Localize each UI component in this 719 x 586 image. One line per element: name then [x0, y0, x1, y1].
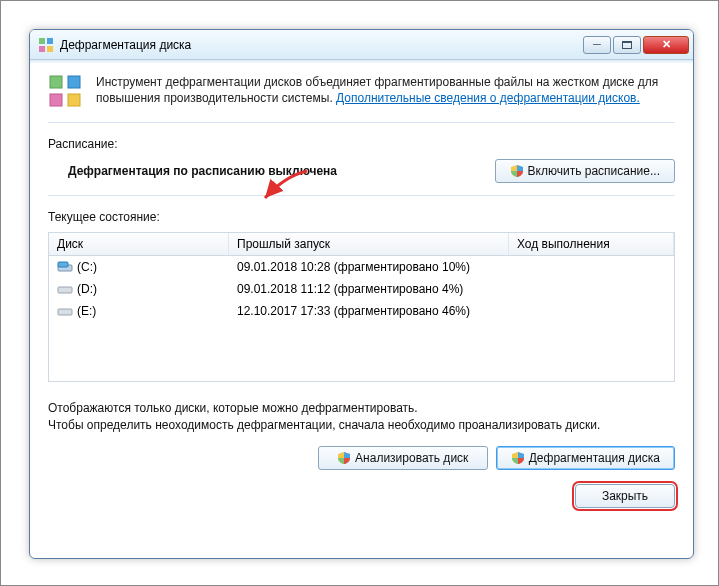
enable-schedule-button[interactable]: Включить расписание...: [495, 159, 675, 183]
titlebar: Дефрагментация диска ─ ✕: [30, 30, 693, 60]
svg-rect-6: [50, 76, 62, 88]
defragment-button[interactable]: Дефрагментация диска: [496, 446, 675, 470]
defragment-label: Дефрагментация диска: [529, 451, 660, 465]
analyze-label: Анализировать диск: [355, 451, 468, 465]
analyze-button[interactable]: Анализировать диск: [318, 446, 488, 470]
defrag-large-icon: [48, 74, 84, 110]
shield-icon: [511, 451, 525, 465]
defrag-app-icon: [38, 37, 54, 53]
window-controls: ─ ✕: [583, 36, 689, 54]
table-body: (C:) 09.01.2018 10:28 (фрагментировано 1…: [49, 256, 674, 322]
col-header-progress[interactable]: Ход выполнения: [509, 233, 674, 255]
col-header-disk[interactable]: Диск: [49, 233, 229, 255]
svg-rect-3: [47, 46, 53, 52]
svg-rect-1: [47, 38, 53, 44]
note-line1: Отображаются только диски, которые можно…: [48, 400, 675, 417]
help-link[interactable]: Дополнительные сведения о дефрагментации…: [336, 91, 640, 105]
maximize-button[interactable]: [613, 36, 641, 54]
current-state-label: Текущее состояние:: [48, 210, 675, 224]
intro-text: Инструмент дефрагментации дисков объедин…: [96, 74, 675, 110]
table-row[interactable]: (D:) 09.01.2018 11:12 (фрагментировано 4…: [49, 278, 674, 300]
svg-rect-7: [68, 76, 80, 88]
action-buttons: Анализировать диск Дефрагментация диска: [48, 446, 675, 470]
table-row[interactable]: (C:) 09.01.2018 10:28 (фрагментировано 1…: [49, 256, 674, 278]
svg-rect-0: [39, 38, 45, 44]
note-text: Отображаются только диски, которые можно…: [48, 400, 675, 434]
client-area: Инструмент дефрагментации дисков объедин…: [30, 60, 693, 522]
intro-section: Инструмент дефрагментации дисков объедин…: [48, 74, 675, 123]
last-run: 09.01.2018 10:28 (фрагментировано 10%): [237, 260, 470, 274]
svg-rect-13: [58, 309, 72, 315]
minimize-button[interactable]: ─: [583, 36, 611, 54]
shield-icon: [510, 164, 524, 178]
disk-name: (D:): [77, 282, 97, 296]
schedule-label: Расписание:: [48, 137, 675, 151]
enable-schedule-label: Включить расписание...: [528, 164, 660, 178]
note-line2: Чтобы определить неоходимость дефрагмент…: [48, 417, 675, 434]
close-dialog-button[interactable]: Закрыть: [575, 484, 675, 508]
schedule-row: Дефрагментация по расписанию выключена В…: [48, 159, 675, 196]
footer: Закрыть: [48, 484, 675, 508]
shield-icon: [337, 451, 351, 465]
close-label: Закрыть: [602, 489, 648, 503]
drive-c-icon: [57, 259, 73, 275]
svg-rect-12: [58, 287, 72, 293]
schedule-status: Дефрагментация по расписанию выключена: [68, 164, 337, 178]
disk-name: (E:): [77, 304, 96, 318]
svg-rect-8: [50, 94, 62, 106]
defrag-window: Дефрагментация диска ─ ✕ Инструмент дефр…: [29, 29, 694, 559]
drive-d-icon: [57, 281, 73, 297]
table-row[interactable]: (E:) 12.10.2017 17:33 (фрагментировано 4…: [49, 300, 674, 322]
disks-table: Диск Прошлый запуск Ход выполнения (C:) …: [48, 232, 675, 382]
svg-rect-2: [39, 46, 45, 52]
svg-rect-11: [58, 262, 68, 267]
drive-e-icon: [57, 303, 73, 319]
last-run: 12.10.2017 17:33 (фрагментировано 46%): [237, 304, 470, 318]
screenshot-frame: Дефрагментация диска ─ ✕ Инструмент дефр…: [0, 0, 719, 586]
col-header-lastrun[interactable]: Прошлый запуск: [229, 233, 509, 255]
disk-name: (C:): [77, 260, 97, 274]
close-button[interactable]: ✕: [643, 36, 689, 54]
window-title: Дефрагментация диска: [60, 38, 583, 52]
table-header: Диск Прошлый запуск Ход выполнения: [49, 233, 674, 256]
last-run: 09.01.2018 11:12 (фрагментировано 4%): [237, 282, 463, 296]
svg-rect-9: [68, 94, 80, 106]
